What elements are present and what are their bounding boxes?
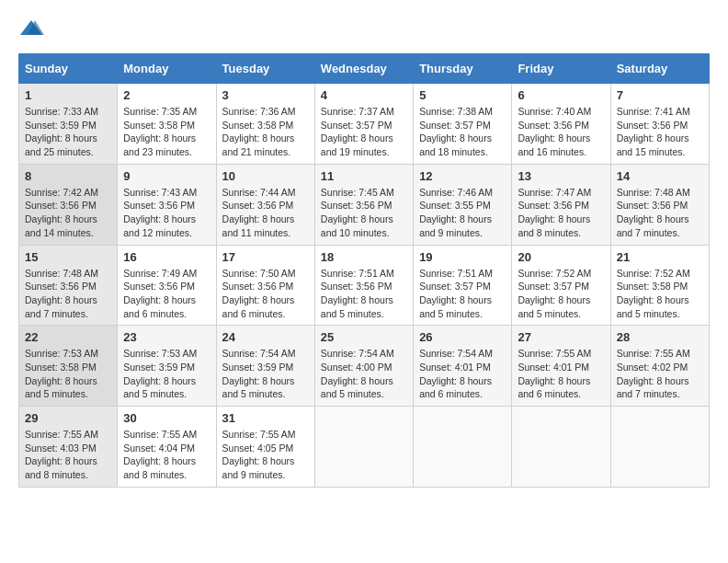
calendar-cell: 12Sunrise: 7:46 AMSunset: 3:55 PMDayligh… xyxy=(414,164,512,245)
day-number: 19 xyxy=(419,250,506,264)
column-header-wednesday: Wednesday xyxy=(314,54,413,84)
day-info: Sunrise: 7:55 AMSunset: 4:02 PMDaylight:… xyxy=(617,347,703,401)
column-header-tuesday: Tuesday xyxy=(216,54,314,84)
day-number: 17 xyxy=(222,250,309,264)
day-number: 15 xyxy=(25,250,111,264)
calendar-cell xyxy=(512,407,610,488)
calendar-cell: 19Sunrise: 7:51 AMSunset: 3:57 PMDayligh… xyxy=(414,245,512,326)
calendar-cell: 30Sunrise: 7:55 AMSunset: 4:04 PMDayligh… xyxy=(118,407,216,488)
logo xyxy=(18,18,48,39)
calendar-cell: 26Sunrise: 7:54 AMSunset: 4:01 PMDayligh… xyxy=(414,326,512,407)
calendar-cell xyxy=(314,407,413,488)
day-number: 10 xyxy=(222,169,309,183)
day-info: Sunrise: 7:35 AMSunset: 3:58 PMDaylight:… xyxy=(123,105,210,159)
day-number: 18 xyxy=(321,250,407,264)
day-info: Sunrise: 7:41 AMSunset: 3:56 PMDaylight:… xyxy=(617,105,703,159)
day-number: 2 xyxy=(123,88,210,102)
calendar-cell: 25Sunrise: 7:54 AMSunset: 4:00 PMDayligh… xyxy=(314,326,413,407)
calendar-cell: 2Sunrise: 7:35 AMSunset: 3:58 PMDaylight… xyxy=(118,84,216,165)
day-number: 4 xyxy=(321,88,407,102)
day-number: 21 xyxy=(617,250,703,264)
day-info: Sunrise: 7:54 AMSunset: 4:01 PMDaylight:… xyxy=(419,347,506,401)
day-info: Sunrise: 7:46 AMSunset: 3:55 PMDaylight:… xyxy=(419,186,506,240)
day-number: 30 xyxy=(123,411,210,425)
day-number: 3 xyxy=(222,88,309,102)
day-info: Sunrise: 7:36 AMSunset: 3:58 PMDaylight:… xyxy=(222,105,309,159)
day-number: 31 xyxy=(222,411,309,425)
calendar-week-row: 8Sunrise: 7:42 AMSunset: 3:56 PMDaylight… xyxy=(19,164,710,245)
day-info: Sunrise: 7:48 AMSunset: 3:56 PMDaylight:… xyxy=(25,267,111,321)
calendar-cell: 5Sunrise: 7:38 AMSunset: 3:57 PMDaylight… xyxy=(414,84,512,165)
calendar-table: SundayMondayTuesdayWednesdayThursdayFrid… xyxy=(18,53,710,488)
calendar-cell: 23Sunrise: 7:53 AMSunset: 3:59 PMDayligh… xyxy=(118,326,216,407)
calendar-cell: 3Sunrise: 7:36 AMSunset: 3:58 PMDaylight… xyxy=(216,84,314,165)
day-info: Sunrise: 7:47 AMSunset: 3:56 PMDaylight:… xyxy=(518,186,604,240)
day-number: 7 xyxy=(617,88,703,102)
day-info: Sunrise: 7:54 AMSunset: 4:00 PMDaylight:… xyxy=(321,347,407,401)
day-number: 13 xyxy=(518,169,604,183)
calendar-cell: 10Sunrise: 7:44 AMSunset: 3:56 PMDayligh… xyxy=(216,164,314,245)
day-number: 14 xyxy=(617,169,703,183)
day-info: Sunrise: 7:51 AMSunset: 3:57 PMDaylight:… xyxy=(419,267,506,321)
calendar-cell: 1Sunrise: 7:33 AMSunset: 3:59 PMDaylight… xyxy=(19,84,118,165)
day-info: Sunrise: 7:52 AMSunset: 3:57 PMDaylight:… xyxy=(518,267,604,321)
calendar-cell: 22Sunrise: 7:53 AMSunset: 3:58 PMDayligh… xyxy=(19,326,118,407)
calendar-week-row: 1Sunrise: 7:33 AMSunset: 3:59 PMDaylight… xyxy=(19,84,710,165)
calendar-cell: 15Sunrise: 7:48 AMSunset: 3:56 PMDayligh… xyxy=(19,245,118,326)
calendar-header-row: SundayMondayTuesdayWednesdayThursdayFrid… xyxy=(19,54,710,84)
calendar-cell xyxy=(610,407,709,488)
day-info: Sunrise: 7:55 AMSunset: 4:03 PMDaylight:… xyxy=(25,428,111,482)
calendar-cell: 24Sunrise: 7:54 AMSunset: 3:59 PMDayligh… xyxy=(216,326,314,407)
calendar-cell: 9Sunrise: 7:43 AMSunset: 3:56 PMDaylight… xyxy=(118,164,216,245)
day-number: 11 xyxy=(321,169,407,183)
day-info: Sunrise: 7:44 AMSunset: 3:56 PMDaylight:… xyxy=(222,186,309,240)
calendar-cell: 28Sunrise: 7:55 AMSunset: 4:02 PMDayligh… xyxy=(610,326,709,407)
calendar-cell: 31Sunrise: 7:55 AMSunset: 4:05 PMDayligh… xyxy=(216,407,314,488)
day-number: 24 xyxy=(222,330,309,344)
day-number: 26 xyxy=(419,330,506,344)
calendar-cell: 13Sunrise: 7:47 AMSunset: 3:56 PMDayligh… xyxy=(512,164,610,245)
column-header-thursday: Thursday xyxy=(414,54,512,84)
day-number: 5 xyxy=(419,88,506,102)
day-info: Sunrise: 7:50 AMSunset: 3:56 PMDaylight:… xyxy=(222,267,309,321)
calendar-cell: 7Sunrise: 7:41 AMSunset: 3:56 PMDaylight… xyxy=(610,84,709,165)
day-number: 27 xyxy=(518,330,604,344)
day-number: 23 xyxy=(123,330,210,344)
calendar-cell: 21Sunrise: 7:52 AMSunset: 3:58 PMDayligh… xyxy=(610,245,709,326)
day-info: Sunrise: 7:51 AMSunset: 3:56 PMDaylight:… xyxy=(321,267,407,321)
column-header-sunday: Sunday xyxy=(19,54,118,84)
day-info: Sunrise: 7:55 AMSunset: 4:05 PMDaylight:… xyxy=(222,428,309,482)
calendar-cell: 11Sunrise: 7:45 AMSunset: 3:56 PMDayligh… xyxy=(314,164,413,245)
column-header-monday: Monday xyxy=(118,54,216,84)
day-info: Sunrise: 7:45 AMSunset: 3:56 PMDaylight:… xyxy=(321,186,407,240)
column-header-friday: Friday xyxy=(512,54,610,84)
calendar-cell: 14Sunrise: 7:48 AMSunset: 3:56 PMDayligh… xyxy=(610,164,709,245)
day-info: Sunrise: 7:42 AMSunset: 3:56 PMDaylight:… xyxy=(25,186,111,240)
calendar-week-row: 29Sunrise: 7:55 AMSunset: 4:03 PMDayligh… xyxy=(19,407,710,488)
day-number: 20 xyxy=(518,250,604,264)
day-info: Sunrise: 7:48 AMSunset: 3:56 PMDaylight:… xyxy=(617,186,703,240)
day-number: 1 xyxy=(25,88,111,102)
calendar-cell: 18Sunrise: 7:51 AMSunset: 3:56 PMDayligh… xyxy=(314,245,413,326)
day-info: Sunrise: 7:37 AMSunset: 3:57 PMDaylight:… xyxy=(321,105,407,159)
day-number: 6 xyxy=(518,88,604,102)
calendar-cell: 20Sunrise: 7:52 AMSunset: 3:57 PMDayligh… xyxy=(512,245,610,326)
calendar-cell: 16Sunrise: 7:49 AMSunset: 3:56 PMDayligh… xyxy=(118,245,216,326)
page-header xyxy=(18,18,710,39)
day-number: 25 xyxy=(321,330,407,344)
column-header-saturday: Saturday xyxy=(610,54,709,84)
day-info: Sunrise: 7:54 AMSunset: 3:59 PMDaylight:… xyxy=(222,347,309,401)
calendar-cell: 6Sunrise: 7:40 AMSunset: 3:56 PMDaylight… xyxy=(512,84,610,165)
day-info: Sunrise: 7:55 AMSunset: 4:01 PMDaylight:… xyxy=(518,347,604,401)
day-info: Sunrise: 7:53 AMSunset: 3:58 PMDaylight:… xyxy=(25,347,111,401)
calendar-cell: 29Sunrise: 7:55 AMSunset: 4:03 PMDayligh… xyxy=(19,407,118,488)
day-number: 22 xyxy=(25,330,111,344)
day-number: 28 xyxy=(617,330,703,344)
calendar-week-row: 22Sunrise: 7:53 AMSunset: 3:58 PMDayligh… xyxy=(19,326,710,407)
day-info: Sunrise: 7:53 AMSunset: 3:59 PMDaylight:… xyxy=(123,347,210,401)
day-number: 9 xyxy=(123,169,210,183)
day-info: Sunrise: 7:43 AMSunset: 3:56 PMDaylight:… xyxy=(123,186,210,240)
calendar-cell: 8Sunrise: 7:42 AMSunset: 3:56 PMDaylight… xyxy=(19,164,118,245)
calendar-cell: 17Sunrise: 7:50 AMSunset: 3:56 PMDayligh… xyxy=(216,245,314,326)
day-info: Sunrise: 7:33 AMSunset: 3:59 PMDaylight:… xyxy=(25,105,111,159)
